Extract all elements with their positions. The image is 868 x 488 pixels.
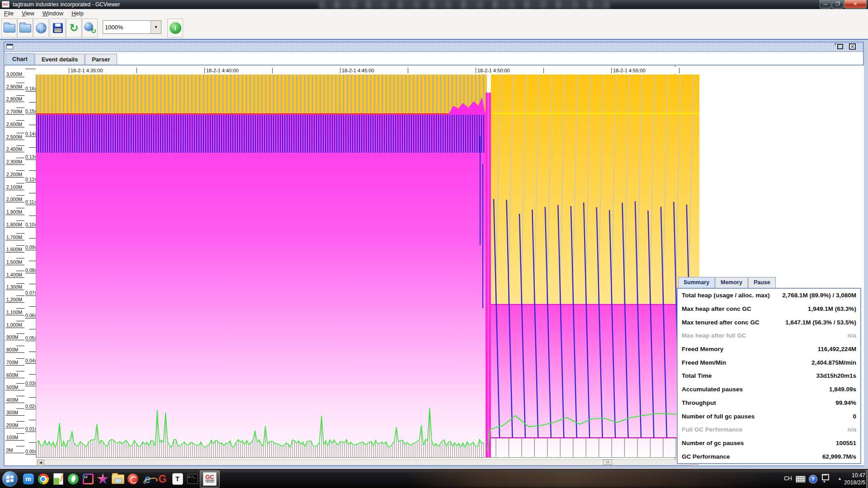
summary-tab-summary[interactable]: Summary <box>678 277 715 288</box>
window-titlebar[interactable]: GC tagtraum industries incorporated - GC… <box>0 0 868 9</box>
summary-row-label: Full GC Performance <box>682 426 847 433</box>
internal-frame: ✕ ChartEvent detailsParser 18-2-1 4:35:0… <box>4 42 864 466</box>
open-file-button[interactable] <box>1 19 17 38</box>
summary-row-label: Number of gc pauses <box>682 440 836 446</box>
tab-parser[interactable]: Parser <box>85 54 117 65</box>
clock[interactable]: 10:47 2018/2/5 <box>844 472 865 486</box>
taskbar-app-sogou-browser[interactable]: G <box>155 470 170 488</box>
internal-frame-icon <box>6 44 13 49</box>
language-indicator[interactable]: CH <box>784 475 792 482</box>
windows-logo-icon <box>6 475 14 483</box>
menu-view[interactable]: View <box>18 9 38 18</box>
time-minor-tick <box>29 102 36 103</box>
green-drawing-app-icon <box>68 474 79 484</box>
memory-tick-label: 2,100M <box>5 184 24 190</box>
time-minor-tick <box>29 238 36 239</box>
summary-row-label: Total Time <box>682 372 816 379</box>
chart-top-axis: 18-2-1 4:35:0018-2-1 4:40:0018-2-1 4:45:… <box>36 67 699 74</box>
summary-tab-pause[interactable]: Pause <box>748 277 776 288</box>
show-desktop-button[interactable] <box>866 470 868 488</box>
zoom-input[interactable] <box>104 22 151 33</box>
memory-minor-tick <box>16 133 24 133</box>
tab-chart[interactable]: Chart <box>5 53 34 65</box>
popup-window-icon[interactable] <box>822 474 829 480</box>
time-tick-label: 0.12s <box>25 177 36 183</box>
summary-row-value: n/a <box>847 426 856 433</box>
time-tick-label: 0.06s <box>25 313 36 319</box>
memory-tick-label: 1,000M <box>5 322 24 328</box>
summary-row-label: GC Performance <box>682 453 822 460</box>
redacted-title-path <box>319 0 610 9</box>
menu-file[interactable]: File <box>0 9 18 18</box>
tray-time: 10:47 <box>844 472 865 479</box>
close-button[interactable]: ✕ <box>844 0 867 9</box>
info-icon: i <box>170 22 181 34</box>
minimize-button[interactable]: — <box>820 0 831 9</box>
memory-minor-tick <box>16 120 24 121</box>
memory-minor-tick <box>16 170 24 171</box>
export-button[interactable] <box>50 19 66 38</box>
help-tray-icon[interactable]: ? <box>809 475 817 483</box>
maxthon-browser-icon: m <box>23 474 34 484</box>
gc-chart-plot <box>36 75 699 458</box>
summary-row-value: 116,492,224M <box>817 346 856 352</box>
horizontal-scrollbar[interactable]: ◀ ▶ <box>37 459 698 465</box>
zoom-combobox[interactable]: ▼ <box>103 20 161 34</box>
memory-tick-label: 1,100M <box>5 310 24 315</box>
taskbar-app-mail-swirl-app[interactable] <box>125 470 140 488</box>
time-tick-label: 0.03s <box>25 380 36 386</box>
taskbar-app-typora-editor[interactable]: T <box>170 470 185 488</box>
chart-tab-content: 18-2-1 4:35:0018-2-1 4:40:0018-2-1 4:45:… <box>5 66 863 465</box>
timestamp-label: 18-2-1 4:35:00 <box>71 68 103 73</box>
internet-explorer-icon: e <box>145 474 151 484</box>
summary-row-value: 33d15h20m1s <box>816 372 856 379</box>
refresh-button[interactable]: ↻ <box>66 19 82 38</box>
menu-help[interactable]: Help <box>67 9 88 18</box>
taskbar-app-star-bookmarks[interactable] <box>95 470 110 488</box>
taskbar-app-notepad-editor[interactable] <box>51 470 66 488</box>
time-minor-tick <box>29 284 36 284</box>
memory-minor-tick <box>16 271 24 271</box>
restore-button[interactable]: ❐ <box>832 0 844 9</box>
open-series-button[interactable] <box>17 19 33 38</box>
watch-button[interactable]: ↻ <box>82 19 98 38</box>
scrollbar-thumb[interactable] <box>603 460 612 465</box>
taskbar-app-green-drawing-app[interactable] <box>66 470 80 488</box>
taskbar-app-gcviewer[interactable]: GCVIEWER <box>200 470 220 488</box>
internal-frame-close-icon[interactable]: ✕ <box>849 43 856 50</box>
tab-event-details[interactable]: Event details <box>35 54 85 65</box>
summary-tab-memory[interactable]: Memory <box>715 277 748 288</box>
taskbar-app-intellij-idea[interactable]: IJ <box>80 470 95 488</box>
memory-tick-label: 800M <box>5 347 24 353</box>
taskbar-app-internet-explorer[interactable]: e <box>140 470 155 488</box>
summary-row: GC Performance62,999.7M/s <box>678 450 860 463</box>
memory-minor-tick <box>16 346 24 346</box>
timestamp-label: 18-2-1 4:40:00 <box>206 68 239 73</box>
taskbar-app-maxthon-browser[interactable]: m <box>21 470 36 488</box>
time-tick-label: 0.16s <box>25 86 36 92</box>
taskbar-app-chrome-browser[interactable] <box>36 470 51 488</box>
internal-frame-titlebar[interactable]: ✕ <box>5 42 863 52</box>
taskbar-apps: mIJeGTC:\_GCVIEWER <box>21 470 220 488</box>
taskbar-app-command-prompt[interactable]: C:\_ <box>185 470 200 488</box>
memory-minor-tick <box>16 145 24 146</box>
time-minor-tick <box>29 216 36 216</box>
start-button[interactable] <box>2 471 18 487</box>
desktop-screen: GC tagtraum industries incorporated - GC… <box>0 0 868 488</box>
internal-frame-restore-icon[interactable] <box>837 44 843 49</box>
memory-tick-label: 2,500M <box>5 134 24 140</box>
keyboard-icon[interactable] <box>796 476 806 483</box>
time-minor-tick <box>29 261 36 261</box>
info-button[interactable]: i <box>167 19 183 38</box>
open-url-button[interactable] <box>33 19 49 38</box>
show-hidden-icons-arrow[interactable]: ▲ <box>838 476 842 481</box>
taskbar-app-file-explorer[interactable] <box>110 470 125 488</box>
scroll-left-arrow[interactable]: ◀ <box>37 460 44 466</box>
summary-row: Number of full gc pauses0 <box>678 409 860 423</box>
menu-window[interactable]: Window <box>38 9 67 18</box>
zoom-dropdown-arrow[interactable]: ▼ <box>151 21 161 33</box>
gcviewer-icon: GCVIEWER <box>203 472 217 486</box>
summary-row-label: Accumulated pauses <box>682 386 829 393</box>
memory-minor-tick <box>16 408 24 409</box>
time-axis-major-tick <box>69 68 69 73</box>
